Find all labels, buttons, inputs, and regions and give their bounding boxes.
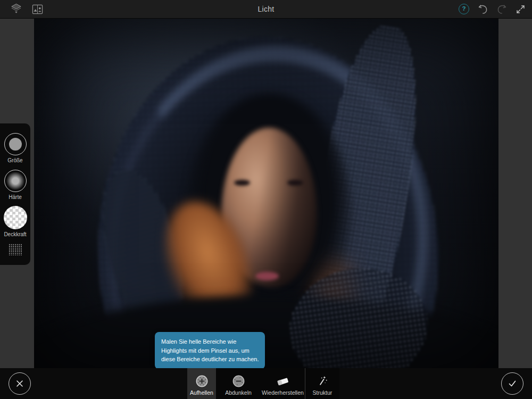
tab-label: Struktur bbox=[313, 389, 332, 396]
portrait-hair-right bbox=[290, 243, 373, 368]
portrait-face bbox=[221, 128, 317, 287]
portrait-background bbox=[34, 19, 498, 368]
portrait-shoulders bbox=[34, 295, 498, 368]
dot-grid-icon[interactable] bbox=[9, 244, 22, 255]
tooltip-line: diese Bereiche deutlicher zu machen. bbox=[161, 355, 259, 364]
portrait-eye-left bbox=[234, 180, 250, 186]
texture-wand-icon bbox=[316, 373, 329, 388]
portrait-scarf-drape-left bbox=[89, 162, 197, 344]
portrait-scarf-sheen bbox=[282, 260, 435, 368]
coachmark-tooltip: Malen Sie helle Bereiche wie Highlights … bbox=[155, 332, 265, 369]
tab-aufhellen[interactable]: Aufhellen bbox=[187, 368, 216, 399]
brush-size-icon bbox=[4, 133, 27, 155]
portrait-scarf-drape-right bbox=[295, 19, 433, 368]
brush-options-panel: Größe Härte Deckkraft bbox=[0, 123, 30, 265]
tab-label: Wiederherstellen bbox=[262, 389, 304, 396]
close-icon[interactable] bbox=[9, 372, 31, 395]
tab-wiederherstellen[interactable]: Wiederherstellen bbox=[261, 368, 305, 399]
portrait-hood-shadow bbox=[187, 93, 352, 332]
photo-canvas[interactable] bbox=[34, 19, 498, 368]
brush-hardness-icon bbox=[4, 170, 27, 192]
portrait-vignette bbox=[34, 19, 498, 368]
portrait-lips bbox=[255, 272, 279, 280]
eraser-icon bbox=[276, 373, 290, 388]
redo-icon[interactable] bbox=[495, 3, 509, 15]
brush-hardness-label: Härte bbox=[9, 194, 21, 200]
brush-opacity-label: Deckkraft bbox=[4, 231, 26, 237]
tooltip-line: Highlights mit dem Pinsel aus, um bbox=[161, 346, 259, 355]
portrait-eye-right bbox=[287, 180, 303, 186]
brush-size-label: Größe bbox=[7, 157, 22, 163]
tab-struktur[interactable]: Struktur bbox=[305, 368, 339, 399]
brush-opacity-icon bbox=[4, 206, 27, 229]
page-title: Licht bbox=[0, 0, 532, 18]
burn-icon bbox=[232, 373, 245, 388]
portrait-hood-rim-light bbox=[88, 30, 448, 368]
topbar: Licht ? bbox=[0, 0, 532, 19]
brush-size-control[interactable]: Größe bbox=[4, 133, 27, 163]
brush-hardness-control[interactable]: Härte bbox=[4, 170, 27, 200]
photo-editor-screen: Licht ? bbox=[0, 0, 532, 399]
undo-icon[interactable] bbox=[476, 3, 489, 15]
tab-abdunkeln[interactable]: Abdunkeln bbox=[216, 368, 261, 399]
tool-tabstrip: Aufhellen Abdunkeln bbox=[187, 368, 339, 399]
tooltip-line: Malen Sie helle Bereiche wie bbox=[161, 337, 259, 346]
tab-label: Aufhellen bbox=[190, 389, 213, 396]
portrait-hood bbox=[90, 31, 446, 368]
help-icon[interactable]: ? bbox=[458, 3, 470, 15]
dodge-icon bbox=[195, 373, 209, 388]
tab-label: Abdunkeln bbox=[225, 389, 252, 396]
check-icon[interactable] bbox=[501, 372, 523, 395]
portrait-hair-left bbox=[149, 190, 267, 342]
expand-icon[interactable] bbox=[514, 3, 527, 15]
brush-opacity-control[interactable]: Deckkraft bbox=[4, 206, 27, 237]
bottom-toolbar: Aufhellen Abdunkeln bbox=[0, 368, 532, 399]
